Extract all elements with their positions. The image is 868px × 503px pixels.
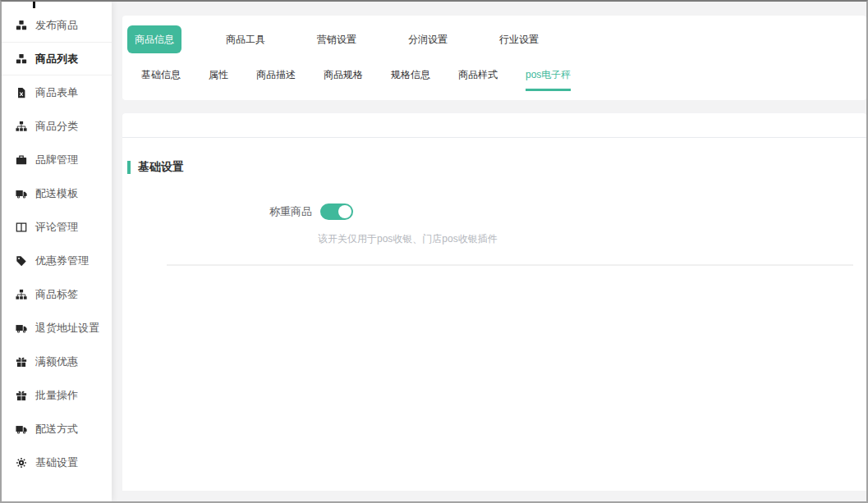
sidebar-item-label: 退货地址设置 xyxy=(35,321,99,336)
sidebar-item-9[interactable]: 商品标签 xyxy=(2,277,112,311)
main-area: 商品信息商品工具营销设置分润设置行业设置 基础信息属性商品描述商品规格规格信息商… xyxy=(112,2,866,501)
sidebar-item-label: 配送模板 xyxy=(35,186,78,201)
content-header-divider xyxy=(122,113,866,138)
gift-icon xyxy=(16,390,28,401)
sub-tabs: 基础信息属性商品描述商品规格规格信息商品样式pos电子秤 xyxy=(122,53,866,91)
sub-tab-2[interactable]: 属性 xyxy=(209,68,228,91)
weigh-goods-label: 称重商品 xyxy=(269,204,312,219)
truck-icon xyxy=(16,188,28,199)
toggle-knob-icon xyxy=(338,205,351,218)
sub-tab-5[interactable]: 规格信息 xyxy=(391,68,430,91)
sidebar-item-2[interactable]: 商品列表 xyxy=(2,42,112,75)
sidebar-item-10[interactable]: 退货地址设置 xyxy=(2,311,112,345)
app-window: 发布商品 商品列表 商品表单 商品分类 品牌管理 配送模板 评论管理 xyxy=(0,0,868,503)
sidebar-item-label: 批量操作 xyxy=(35,388,78,403)
briefcase-icon xyxy=(16,154,28,166)
sidebar-item-6[interactable]: 配送模板 xyxy=(2,176,112,210)
sub-tab-6[interactable]: 商品样式 xyxy=(458,68,498,91)
weigh-goods-toggle[interactable] xyxy=(320,203,353,220)
content-card: 基础设置 称重商品 该开关仅用于pos收银、门店pos收银插件 xyxy=(122,113,866,491)
sidebar-item-label: 发布商品 xyxy=(35,18,78,33)
sub-tab-3[interactable]: 商品描述 xyxy=(256,68,296,91)
sub-tab-1[interactable]: 基础信息 xyxy=(141,68,181,91)
sidebar: 发布商品 商品列表 商品表单 商品分类 品牌管理 配送模板 评论管理 xyxy=(2,2,112,501)
sidebar-item-label: 商品标签 xyxy=(35,287,78,302)
sitemap-icon xyxy=(16,289,28,300)
truck-icon xyxy=(16,423,28,435)
main-tab-3[interactable]: 营销设置 xyxy=(317,33,356,47)
sidebar-item-label: 基础设置 xyxy=(35,455,78,470)
sidebar-item-13[interactable]: 配送方式 xyxy=(2,412,112,446)
sidebar-item-label: 满额优惠 xyxy=(35,354,78,369)
main-tab-1[interactable]: 商品信息 xyxy=(127,25,181,53)
sidebar-item-8[interactable]: 优惠券管理 xyxy=(2,244,112,277)
main-tab-2[interactable]: 商品工具 xyxy=(226,33,265,47)
text-caret-artifact xyxy=(33,2,35,8)
sidebar-item-label: 优惠券管理 xyxy=(35,254,89,268)
section-title: 基础设置 xyxy=(138,160,184,175)
weigh-goods-row: 称重商品 xyxy=(269,203,866,220)
main-tabs: 商品信息商品工具营销设置分润设置行业设置 xyxy=(122,16,866,53)
sidebar-item-11[interactable]: 满额优惠 xyxy=(2,345,112,378)
sidebar-item-label: 配送方式 xyxy=(35,422,78,437)
main-tab-4[interactable]: 分润设置 xyxy=(408,33,448,47)
sitemap-icon xyxy=(16,121,28,132)
sub-tab-4[interactable]: 商品规格 xyxy=(324,68,363,91)
cubes-icon xyxy=(16,20,28,31)
tag-icon xyxy=(16,255,28,267)
cubes-icon xyxy=(16,53,28,65)
sidebar-item-14[interactable]: 基础设置 xyxy=(2,446,112,479)
section-accent-bar xyxy=(127,161,131,174)
truck-icon xyxy=(16,322,28,334)
form-divider xyxy=(167,264,853,266)
sidebar-item-5[interactable]: 品牌管理 xyxy=(2,143,112,176)
sidebar-item-1[interactable]: 发布商品 xyxy=(2,8,112,42)
main-tab-5[interactable]: 行业设置 xyxy=(499,33,539,47)
columns-icon xyxy=(16,222,28,233)
sidebar-item-3[interactable]: 商品表单 xyxy=(2,75,112,109)
sidebar-item-4[interactable]: 商品分类 xyxy=(2,109,112,143)
sub-tab-7[interactable]: pos电子秤 xyxy=(526,68,571,91)
sidebar-item-7[interactable]: 评论管理 xyxy=(2,210,112,244)
sidebar-item-label: 商品分类 xyxy=(35,119,78,134)
sidebar-item-label: 品牌管理 xyxy=(35,153,78,167)
gift-icon xyxy=(16,356,28,368)
sidebar-item-label: 商品表单 xyxy=(35,85,78,100)
sidebar-item-label: 评论管理 xyxy=(35,220,78,235)
file-excel-icon xyxy=(16,87,28,98)
sidebar-item-label: 商品列表 xyxy=(35,52,78,66)
gear-icon xyxy=(16,457,28,469)
tabs-card: 商品信息商品工具营销设置分润设置行业设置 基础信息属性商品描述商品规格规格信息商… xyxy=(122,16,866,100)
section-header: 基础设置 xyxy=(127,161,866,174)
weigh-goods-help-text: 该开关仅用于pos收银、门店pos收银插件 xyxy=(318,232,853,246)
sidebar-item-12[interactable]: 批量操作 xyxy=(2,378,112,412)
